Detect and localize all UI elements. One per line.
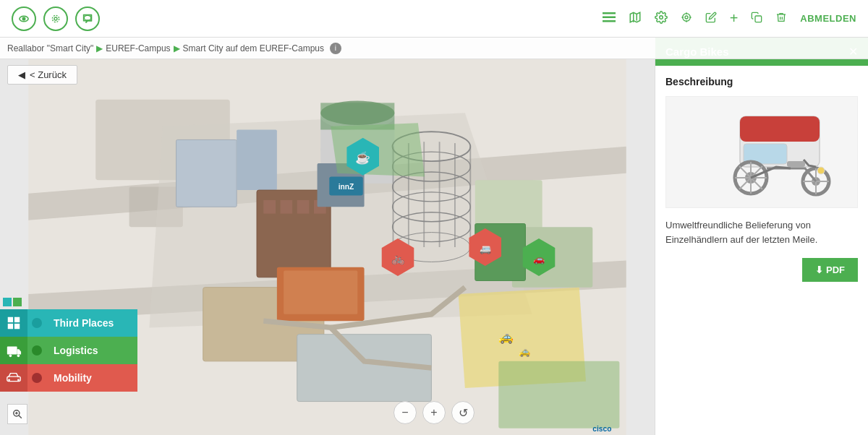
list-icon[interactable] bbox=[603, 12, 616, 25]
svg-point-82 bbox=[9, 355, 12, 358]
zoom-out-button[interactable]: − bbox=[393, 401, 417, 424]
svg-text:innZ: innZ bbox=[339, 183, 354, 191]
legend-color-third bbox=[3, 298, 12, 306]
svg-point-10 bbox=[659, 15, 663, 19]
svg-point-2 bbox=[54, 17, 57, 20]
svg-rect-7 bbox=[603, 20, 616, 22]
map-icon[interactable] bbox=[629, 11, 642, 27]
breadcrumb-item-1: Reallabor "Smart City" bbox=[7, 43, 93, 53]
abmelden-button[interactable]: ABMELDEN bbox=[800, 13, 856, 24]
zoom-control bbox=[7, 404, 27, 424]
svg-text:cisco: cisco bbox=[592, 425, 611, 433]
panel-image bbox=[665, 96, 858, 208]
legend-third-dot bbox=[32, 318, 42, 328]
svg-rect-81 bbox=[7, 347, 17, 355]
svg-rect-6 bbox=[603, 16, 616, 18]
svg-rect-59 bbox=[284, 271, 357, 314]
legend-logistics-dot bbox=[32, 345, 42, 356]
back-arrow: ◀ bbox=[18, 69, 25, 80]
svg-point-83 bbox=[17, 355, 20, 358]
legend-third-icon bbox=[0, 309, 27, 337]
legend-mobility[interactable]: Mobility bbox=[0, 364, 137, 392]
edit-icon[interactable] bbox=[705, 12, 717, 26]
panel-body: Beschreibung bbox=[655, 66, 868, 435]
breadcrumb: Reallabor "Smart City" ▶ EUREF-Campus ▶ … bbox=[0, 38, 868, 59]
svg-point-1 bbox=[22, 17, 25, 20]
breadcrumb-item-3: Smart City auf dem EUREF-Campus bbox=[183, 43, 324, 53]
legend-logistics-label: Logistics bbox=[46, 345, 137, 356]
right-panel: Cargo Bikes ✕ Beschreibung bbox=[655, 38, 868, 435]
legend-logistics[interactable]: Logistics bbox=[0, 337, 137, 364]
svg-rect-78 bbox=[14, 317, 20, 322]
bottom-controls: − + ↺ bbox=[393, 401, 475, 424]
magnify-button[interactable] bbox=[7, 404, 27, 424]
copy-icon[interactable] bbox=[751, 12, 762, 26]
breadcrumb-item-2: EUREF-Campus bbox=[106, 43, 170, 53]
svg-text:☕: ☕ bbox=[355, 150, 370, 165]
svg-point-12 bbox=[685, 16, 688, 19]
svg-rect-92 bbox=[740, 116, 820, 142]
svg-point-11 bbox=[682, 13, 690, 21]
svg-rect-77 bbox=[8, 317, 13, 322]
svg-rect-79 bbox=[8, 324, 13, 329]
svg-rect-39 bbox=[439, 142, 441, 247]
svg-rect-41 bbox=[469, 147, 471, 247]
svg-line-88 bbox=[19, 415, 22, 418]
svg-rect-46 bbox=[263, 200, 276, 214]
plus-icon[interactable]: + bbox=[730, 10, 739, 27]
back-button[interactable]: ◀ < Zurück bbox=[7, 65, 77, 85]
svg-text:🚐: 🚐 bbox=[480, 243, 492, 255]
svg-point-105 bbox=[817, 167, 825, 174]
svg-rect-40 bbox=[454, 143, 456, 247]
svg-rect-24 bbox=[176, 139, 237, 207]
back-label: < Zurück bbox=[30, 69, 67, 80]
legend: Third Places Logistics M bbox=[0, 296, 137, 392]
info-icon[interactable]: i bbox=[330, 43, 341, 54]
header-left bbox=[12, 7, 100, 31]
svg-rect-104 bbox=[787, 161, 805, 167]
svg-text:🚗: 🚗 bbox=[533, 253, 545, 265]
legend-mobility-icon bbox=[0, 364, 27, 392]
svg-text:🚕: 🚕 bbox=[498, 330, 514, 345]
svg-rect-63 bbox=[498, 361, 619, 428]
target-icon[interactable] bbox=[681, 12, 692, 26]
settings-button[interactable] bbox=[43, 7, 68, 31]
trash-icon[interactable] bbox=[775, 12, 787, 26]
legend-logistics-icon bbox=[0, 337, 27, 364]
legend-third-places[interactable]: Third Places bbox=[0, 309, 137, 337]
svg-text:🚲: 🚲 bbox=[391, 252, 405, 265]
legend-third-label: Third Places bbox=[46, 317, 137, 329]
panel-section-title: Beschreibung bbox=[665, 76, 858, 87]
svg-rect-47 bbox=[281, 200, 293, 214]
header-right: + ABMELDEN bbox=[603, 10, 856, 27]
svg-point-4 bbox=[84, 15, 90, 20]
svg-rect-5 bbox=[603, 12, 616, 14]
rotate-button[interactable]: ↺ bbox=[451, 401, 475, 424]
zoom-in-button[interactable]: + bbox=[422, 401, 446, 424]
breadcrumb-arrow-2: ▶ bbox=[174, 43, 180, 53]
svg-rect-26 bbox=[237, 130, 277, 191]
panel-pdf-button[interactable]: ⬇ PDF bbox=[802, 258, 858, 282]
svg-point-3 bbox=[52, 15, 59, 22]
svg-point-85 bbox=[17, 379, 20, 381]
svg-rect-80 bbox=[14, 324, 20, 329]
gear-icon[interactable] bbox=[655, 11, 668, 27]
svg-rect-17 bbox=[755, 16, 762, 22]
legend-mobility-label: Mobility bbox=[46, 372, 137, 384]
legend-mobility-dot bbox=[32, 373, 42, 383]
svg-text:🚕: 🚕 bbox=[519, 345, 531, 358]
legend-color-logistics bbox=[13, 298, 22, 306]
svg-rect-48 bbox=[297, 200, 310, 214]
eye-button[interactable] bbox=[12, 7, 36, 31]
svg-rect-38 bbox=[423, 142, 425, 247]
breadcrumb-arrow-1: ▶ bbox=[96, 43, 103, 53]
header: + ABMELDEN bbox=[0, 0, 868, 38]
svg-point-84 bbox=[8, 379, 10, 381]
panel-description: Umweltfreundliche Belieferung von Einzel… bbox=[665, 218, 858, 246]
chat-button[interactable] bbox=[75, 7, 100, 31]
